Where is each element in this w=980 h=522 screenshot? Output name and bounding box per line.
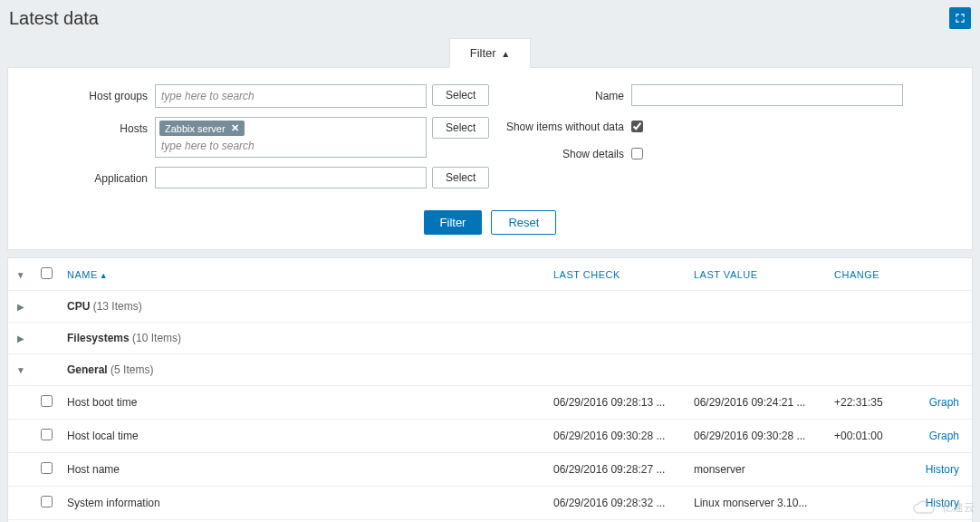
history-link[interactable]: History bbox=[926, 463, 959, 476]
data-table: ▼ Name▲ Last check Last value Change ▶ C… bbox=[8, 258, 972, 522]
host-tag-label: Zabbix server bbox=[165, 123, 226, 134]
group-row: ▼ General (5 Items) bbox=[8, 354, 972, 386]
row-checkbox[interactable] bbox=[41, 496, 53, 508]
application-select-button[interactable]: Select bbox=[432, 167, 489, 188]
show-without-data-checkbox[interactable] bbox=[631, 121, 643, 132]
host-groups-select-button[interactable]: Select bbox=[432, 84, 489, 106]
group-count: (13 Items) bbox=[93, 300, 142, 313]
group-count: (5 Items) bbox=[110, 363, 153, 376]
row-checkbox[interactable] bbox=[41, 429, 53, 440]
collapse-all-icon[interactable]: ▼ bbox=[16, 270, 25, 280]
graph-link[interactable]: Graph bbox=[929, 396, 959, 409]
sort-asc-icon: ▲ bbox=[100, 271, 108, 280]
item-change bbox=[827, 487, 918, 520]
close-icon[interactable]: ✕ bbox=[231, 122, 239, 134]
hosts-select-button[interactable]: Select bbox=[432, 117, 489, 139]
host-tag[interactable]: Zabbix server ✕ bbox=[159, 121, 245, 136]
filter-panel: Host groups type here to search Select H… bbox=[7, 67, 973, 250]
triangle-up-icon: ▲ bbox=[501, 49, 510, 59]
group-row: ▶ CPU (13 Items) bbox=[8, 291, 972, 323]
item-name: Host local time bbox=[60, 420, 546, 453]
filter-button[interactable]: Filter bbox=[424, 210, 483, 235]
column-header-last-value[interactable]: Last value bbox=[687, 258, 827, 291]
row-checkbox[interactable] bbox=[41, 462, 53, 474]
item-last-check: 06/29/2016 09:30:28 ... bbox=[546, 420, 687, 453]
group-name: Filesystems bbox=[67, 332, 130, 344]
host-groups-label: Host groups bbox=[19, 84, 155, 102]
application-label: Application bbox=[19, 167, 155, 185]
item-change: +22:31:35 bbox=[827, 386, 918, 420]
fullscreen-icon bbox=[954, 12, 966, 24]
group-row: ▶ Filesystems (10 Items) bbox=[8, 323, 972, 354]
item-last-check: 06/29/2016 09:28:27 ... bbox=[546, 453, 687, 487]
cloud-icon bbox=[911, 498, 938, 517]
item-change: +00:01:00 bbox=[827, 420, 918, 453]
expand-icon[interactable]: ▶ bbox=[17, 302, 24, 312]
item-last-value: 06/29/2016 09:30:28 ... bbox=[687, 420, 827, 453]
group-count: (10 Items) bbox=[132, 332, 181, 344]
host-groups-placeholder: type here to search bbox=[159, 87, 422, 105]
show-details-checkbox[interactable] bbox=[631, 148, 643, 160]
watermark: 亿速云 bbox=[911, 498, 975, 517]
column-header-name[interactable]: Name▲ bbox=[60, 258, 546, 291]
application-input[interactable] bbox=[155, 167, 427, 188]
filter-tab-label: Filter bbox=[470, 46, 496, 60]
row-checkbox[interactable] bbox=[41, 395, 53, 407]
show-details-label: Show details bbox=[490, 142, 631, 160]
fullscreen-button[interactable] bbox=[949, 7, 971, 29]
item-name: System information bbox=[60, 487, 546, 520]
item-name: Host boot time bbox=[60, 386, 546, 420]
table-row: System information 06/29/2016 09:28:32 .… bbox=[8, 487, 972, 520]
item-last-check: 06/29/2016 09:28:13 ... bbox=[546, 386, 687, 420]
item-last-value: monserver bbox=[687, 453, 827, 487]
select-all-checkbox[interactable] bbox=[41, 267, 53, 279]
table-row: Host local time 06/29/2016 09:30:28 ... … bbox=[8, 420, 972, 453]
hosts-label: Hosts bbox=[19, 117, 155, 135]
expand-icon[interactable]: ▶ bbox=[17, 334, 24, 343]
column-header-last-check[interactable]: Last check bbox=[546, 258, 687, 291]
item-last-value: Linux monserver 3.10... bbox=[687, 487, 827, 520]
name-input[interactable] bbox=[631, 84, 903, 106]
group-name: General bbox=[67, 363, 108, 376]
item-last-check: 06/29/2016 09:28:32 ... bbox=[546, 487, 687, 520]
hosts-placeholder: type here to search bbox=[159, 137, 422, 155]
group-name: CPU bbox=[67, 300, 90, 313]
table-row: Host boot time 06/29/2016 09:28:13 ... 0… bbox=[8, 386, 972, 420]
item-name: Host name bbox=[60, 453, 546, 487]
collapse-icon[interactable]: ▼ bbox=[16, 365, 25, 375]
filter-tab[interactable]: Filter ▲ bbox=[449, 38, 531, 68]
item-change bbox=[827, 453, 918, 487]
data-table-container: ▼ Name▲ Last check Last value Change ▶ C… bbox=[7, 257, 973, 522]
table-row: Host name 06/29/2016 09:28:27 ... monser… bbox=[8, 453, 972, 487]
name-label: Name bbox=[490, 84, 631, 102]
reset-button[interactable]: Reset bbox=[491, 210, 556, 235]
show-without-data-label: Show items without data bbox=[490, 115, 631, 133]
item-last-value: 06/29/2016 09:24:21 ... bbox=[687, 386, 827, 420]
graph-link[interactable]: Graph bbox=[929, 430, 959, 442]
column-header-change[interactable]: Change bbox=[827, 258, 918, 291]
host-groups-input[interactable]: type here to search bbox=[155, 84, 427, 108]
page-title: Latest data bbox=[9, 8, 99, 29]
hosts-input[interactable]: Zabbix server ✕ type here to search bbox=[155, 117, 427, 158]
